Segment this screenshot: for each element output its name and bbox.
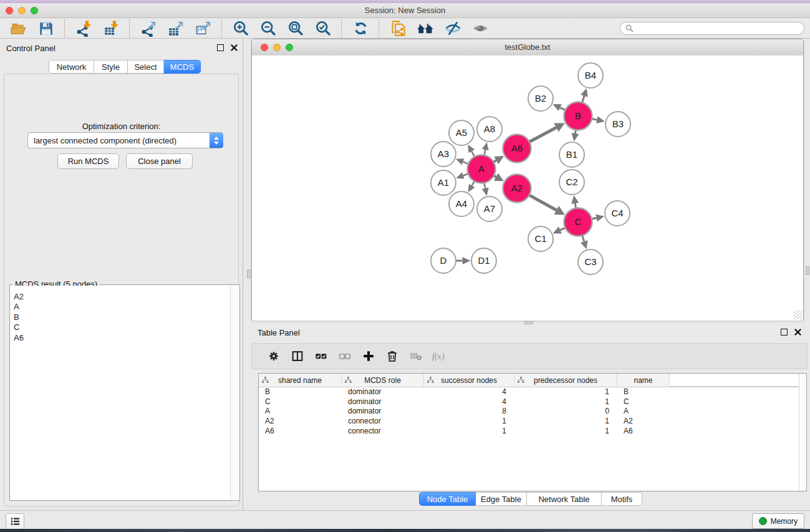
float-table-panel-icon[interactable] [781, 329, 788, 336]
eye-icon[interactable] [471, 20, 489, 37]
table-row[interactable]: Bdominator41B [259, 387, 799, 397]
table-cell[interactable]: A [617, 407, 670, 415]
optimization-criterion-dropdown[interactable]: largest connected component (directed) [27, 132, 223, 148]
graph-node-A4[interactable]: A4 [449, 191, 474, 216]
export-table-icon[interactable] [166, 20, 185, 37]
mcds-result-list[interactable]: A2ABCA6 [11, 286, 231, 500]
table-cell[interactable]: A [259, 407, 342, 415]
graph-node-C2[interactable]: C2 [559, 170, 584, 195]
open-session-icon[interactable] [9, 20, 28, 37]
graph-node-C[interactable]: C [564, 208, 592, 236]
table-cell[interactable]: 1 [424, 427, 514, 435]
graph-node-B4[interactable]: B4 [578, 63, 603, 88]
function-icon[interactable]: f(x) [432, 348, 448, 364]
search-field[interactable] [620, 22, 804, 35]
column-header-shared-name[interactable]: shared name [259, 374, 342, 387]
zoom-out-icon[interactable] [259, 20, 277, 37]
network-close-icon[interactable] [261, 44, 268, 51]
table-cell[interactable]: 1 [514, 427, 617, 435]
split-columns-icon[interactable] [289, 348, 306, 364]
graph-node-A7[interactable]: A7 [477, 196, 502, 221]
save-session-icon[interactable] [37, 20, 55, 37]
app-titlebar[interactable] [0, 3, 810, 18]
graph-node-B3[interactable]: B3 [605, 112, 630, 137]
table-cell[interactable]: A6 [259, 427, 342, 435]
tab-edge-table[interactable]: Edge Table [476, 492, 527, 506]
search-input[interactable] [634, 24, 799, 34]
import-table-icon[interactable] [102, 20, 120, 37]
mcds-result-item[interactable]: A2 [14, 292, 231, 302]
table-cell[interactable]: 1 [514, 387, 617, 396]
column-header-successor-nodes[interactable]: successor nodes [424, 374, 514, 387]
tab-motifs[interactable]: Motifs [602, 492, 642, 506]
select-all-icon[interactable] [313, 348, 329, 364]
minimize-window-icon[interactable] [18, 7, 26, 14]
column-header-predecessor-nodes[interactable]: predecessor nodes [514, 374, 617, 387]
table-cell[interactable]: connector [342, 427, 424, 435]
maximize-window-icon[interactable] [31, 7, 38, 14]
graph-node-C3[interactable]: C3 [578, 249, 603, 274]
home-icon[interactable] [416, 20, 435, 37]
table-cell[interactable]: C [617, 397, 670, 406]
tab-mcds[interactable]: MCDS [164, 60, 201, 74]
table-cell[interactable]: 1 [424, 417, 514, 425]
delete-table-icon[interactable] [408, 348, 424, 364]
graph-edge-A2-C[interactable] [529, 195, 557, 210]
table-cell[interactable]: C [259, 397, 342, 406]
zoom-selected-icon[interactable] [314, 20, 332, 37]
column-header-name[interactable]: name [617, 374, 670, 387]
desktop-scroll-thumb-right[interactable] [806, 266, 809, 275]
graph-node-C4[interactable]: C4 [605, 201, 630, 226]
graph-node-A6[interactable]: A6 [503, 135, 531, 163]
close-window-icon[interactable] [6, 7, 13, 14]
desktop-scroll-thumb-left[interactable] [247, 269, 251, 278]
export-image-icon[interactable] [194, 20, 213, 37]
table-cell[interactable]: 1 [514, 417, 617, 425]
table-cell[interactable]: A2 [259, 417, 342, 425]
gear-icon[interactable] [266, 348, 282, 364]
table-row[interactable]: A6connector11A6 [259, 426, 799, 436]
table-row[interactable]: Adominator80A [259, 407, 799, 417]
table-cell[interactable]: 1 [514, 397, 617, 406]
graph-node-A8[interactable]: A8 [477, 117, 502, 142]
table-cell[interactable]: B [259, 387, 342, 396]
memory-button[interactable]: Memory [752, 513, 804, 529]
graph-node-A3[interactable]: A3 [431, 142, 456, 167]
run-mcds-button[interactable]: Run MCDS [57, 153, 119, 169]
column-header-MCDS-role[interactable]: MCDS role [342, 374, 424, 387]
close-table-panel-icon[interactable] [794, 329, 801, 336]
eye-slash-icon[interactable] [443, 20, 462, 37]
table-cell[interactable]: dominator [342, 387, 424, 396]
graph-node-C1[interactable]: C1 [528, 226, 553, 251]
graph-node-D[interactable]: D [431, 248, 456, 273]
tab-node-table[interactable]: Node Table [419, 492, 476, 506]
mcds-result-scrollbar[interactable] [230, 286, 239, 500]
network-window-titlebar[interactable] [252, 39, 803, 56]
deselect-all-icon[interactable] [337, 348, 353, 364]
table-cell[interactable]: 4 [424, 397, 514, 406]
table-cell[interactable]: 8 [424, 407, 514, 415]
close-panel-button[interactable]: Close panel [126, 153, 193, 169]
tab-network[interactable]: Network [49, 60, 94, 74]
network-maximize-icon[interactable] [286, 44, 293, 51]
graph-node-A1[interactable]: A1 [431, 170, 456, 195]
table-cell[interactable]: A6 [617, 427, 670, 435]
close-panel-icon[interactable] [231, 44, 238, 51]
node-table-scrollbar[interactable] [799, 374, 806, 491]
tab-style[interactable]: Style [94, 60, 128, 74]
refresh-icon[interactable] [351, 20, 370, 37]
add-column-icon[interactable] [360, 348, 377, 364]
table-cell[interactable]: dominator [342, 407, 424, 415]
delete-column-icon[interactable] [384, 348, 400, 364]
network-minimize-icon[interactable] [273, 44, 281, 51]
graph-edge-A6-B[interactable] [529, 128, 556, 142]
mcds-result-item[interactable]: C [14, 322, 231, 332]
table-cell[interactable]: 0 [514, 407, 617, 415]
network-document-icon[interactable] [388, 20, 407, 37]
table-cell[interactable]: dominator [342, 397, 424, 406]
table-row[interactable]: Cdominator41C [259, 397, 799, 407]
mcds-result-item[interactable]: B [14, 312, 231, 322]
table-cell[interactable]: A2 [617, 417, 670, 425]
resize-grip[interactable] [794, 311, 803, 319]
network-canvas[interactable]: AA1A2A3A4A5A6A7A8BB1B2B3B4CC1C2C3C4DD1 [252, 56, 803, 321]
